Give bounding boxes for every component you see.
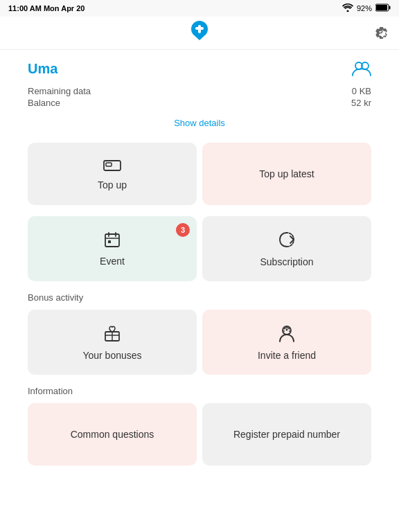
top-up-button[interactable]: Top up [28,143,197,205]
subscription-label: Subscription [260,256,313,267]
svg-point-16 [286,329,288,331]
top-up-latest-button[interactable]: Top up latest [202,143,371,205]
battery-icon [375,3,391,13]
svg-point-17 [283,330,285,332]
remaining-data-row: Remaining data 0 KB [28,86,371,96]
grid-row-1: Top up Top up latest [28,143,371,205]
svg-rect-6 [106,163,112,166]
top-up-label: Top up [98,179,127,190]
grid-row-2: 3 Event Subscription [28,216,371,281]
common-questions-button[interactable]: Common questions [28,403,197,466]
data-info: Remaining data 0 KB Balance 52 kr [28,86,371,108]
balance-row: Balance 52 kr [28,98,371,108]
profile-name: Uma [28,61,57,77]
bonus-grid: Your bonuses Invite a friend [28,310,371,375]
bonuses-icon [103,323,122,346]
profile-icon[interactable] [352,61,371,80]
svg-rect-1 [389,6,391,10]
svg-point-18 [289,330,290,332]
top-nav [0,17,399,50]
event-icon [103,231,121,251]
event-badge: 3 [176,223,190,237]
main-content: Uma Remaining data 0 KB Balance 52 kr Sh… [0,50,399,488]
show-details-section: Show details [28,116,371,129]
event-button[interactable]: 3 Event [28,216,197,281]
info-section-title: Information [28,386,371,396]
your-bonuses-button[interactable]: Your bonuses [28,310,197,375]
app-logo [188,19,211,46]
register-prepaid-label: Register prepaid number [233,429,340,440]
profile-section: Uma [28,61,371,80]
invite-friend-label: Invite a friend [258,350,316,361]
register-prepaid-button[interactable]: Register prepaid number [202,403,371,466]
svg-rect-11 [108,240,111,243]
invite-friend-button[interactable]: Invite a friend [202,310,371,375]
svg-rect-2 [376,5,387,10]
your-bonuses-label: Your bonuses [82,350,141,361]
invite-icon [277,323,296,346]
wifi-icon [342,3,353,13]
remaining-data-label: Remaining data [28,86,91,96]
top-up-icon [103,157,122,175]
status-time-date: 11:00 AM Mon Apr 20 [8,4,85,12]
settings-button[interactable] [373,24,388,42]
status-indicators: 92% [342,3,391,13]
show-details-link[interactable]: Show details [174,118,225,128]
status-bar: 11:00 AM Mon Apr 20 92% [0,0,399,17]
subscription-icon [277,230,296,252]
common-questions-label: Common questions [71,429,154,440]
subscription-button[interactable]: Subscription [202,216,371,281]
balance-value: 52 kr [351,98,371,108]
svg-rect-7 [105,234,119,247]
remaining-data-value: 0 KB [352,86,371,96]
event-label: Event [100,256,125,267]
balance-label: Balance [28,98,60,108]
battery-percent: 92% [357,4,372,12]
bonus-section-title: Bonus activity [28,292,371,303]
info-grid: Common questions Register prepaid number [28,403,371,466]
top-up-latest-label: Top up latest [259,168,314,179]
